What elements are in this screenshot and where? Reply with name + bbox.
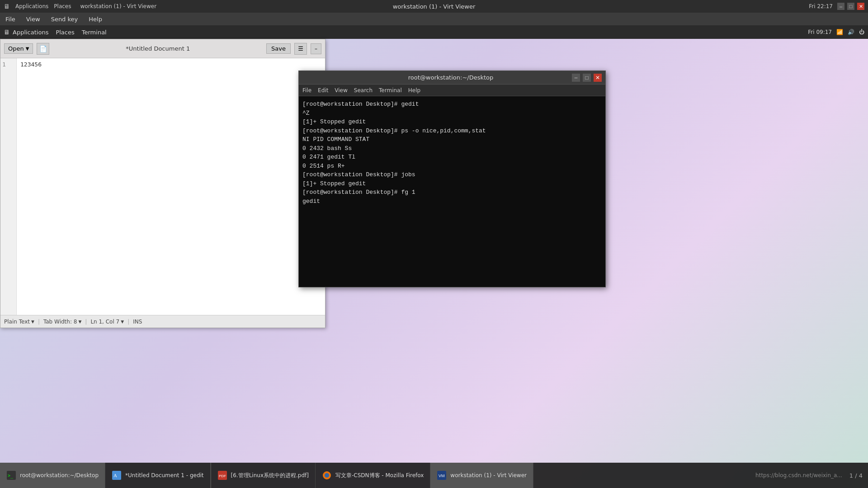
outer-window-controls: – □ ✕ <box>837 3 864 10</box>
taskbar-items: >_ root@workstation:~/Desktop A *Untitle… <box>0 463 533 488</box>
taskbar-url: https://blog.csdn.net/weixin_a... <box>755 472 842 479</box>
terminal-maximize-button[interactable]: □ <box>583 74 591 82</box>
guest-places-label[interactable]: Places <box>56 29 74 36</box>
outer-maximize-button[interactable]: □ <box>847 3 854 10</box>
gedit-content-text: 123456 <box>20 61 42 68</box>
taskbar-item-pdf[interactable]: PDF [6.管理Linux系统中的进程.pdf] <box>211 463 316 488</box>
taskbar-item-firefox[interactable]: 写文章-CSDN博客 - Mozilla Firefox <box>316 463 430 488</box>
terminal-line: [1]+ Stopped gedit <box>302 179 602 188</box>
taskbar-item-virt[interactable]: VM workstation (1) - Virt Viewer <box>430 463 533 488</box>
minimize-icon: – <box>315 46 317 52</box>
guest-terminal-label[interactable]: Terminal <box>82 29 107 36</box>
virt-menu-view[interactable]: View <box>24 15 42 23</box>
terminal-minimize-button[interactable]: – <box>572 74 580 82</box>
taskbar: >_ root@workstation:~/Desktop A *Untitle… <box>0 463 868 488</box>
cursor-position-label: Ln 1, Col 7 <box>90 319 119 325</box>
open-dropdown-icon[interactable]: ▼ <box>26 46 29 51</box>
taskbar-item-terminal[interactable]: >_ root@workstation:~/Desktop <box>0 463 105 488</box>
ins-indicator: INS <box>133 319 142 325</box>
taskbar-gedit-label: *Untitled Document 1 - gedit <box>125 472 204 479</box>
gedit-minimize-button[interactable]: – <box>311 43 321 54</box>
pdf-taskbar-icon: PDF <box>217 470 227 480</box>
virt-menu-file[interactable]: File <box>4 15 17 23</box>
terminal-line: ^Z <box>302 109 602 118</box>
cursor-dropdown-icon[interactable]: ▼ <box>121 319 124 324</box>
terminal-titlebar: root@workstation:~/Desktop – □ ✕ <box>299 71 605 84</box>
terminal-menu-terminal[interactable]: Terminal <box>379 87 402 94</box>
gedit-open-button[interactable]: Open ▼ <box>4 43 33 54</box>
outer-close-button[interactable]: ✕ <box>857 3 864 10</box>
virt-menu-sendkey[interactable]: Send key <box>49 15 80 23</box>
gedit-statusbar: Plain Text ▼ | Tab Width: 8 ▼ | Ln 1, Co… <box>0 315 325 328</box>
new-file-icon: 📄 <box>39 45 47 52</box>
cursor-position-selector[interactable]: Ln 1, Col 7 ▼ <box>90 319 124 325</box>
status-sep-2: | <box>85 319 87 325</box>
outer-title-label: workstation (1) - Virt Viewer <box>80 3 156 9</box>
terminal-line: [root@workstation Desktop]# fg 1 <box>302 188 602 197</box>
svg-point-7 <box>325 473 329 478</box>
hamburger-icon: ☰ <box>298 45 303 52</box>
svg-text:A: A <box>113 473 117 478</box>
guest-desktop: 🖥 Applications Places Terminal Fri 09:17… <box>0 25 868 463</box>
outer-titlebar-right: Fri 22:17 – □ ✕ <box>809 3 864 10</box>
status-sep-3: | <box>127 319 129 325</box>
outer-minimize-button[interactable]: – <box>837 3 844 10</box>
terminal-menu-view[interactable]: View <box>335 87 347 94</box>
plain-text-label: Plain Text <box>4 319 30 325</box>
outer-apps-label[interactable]: Applications <box>15 3 48 9</box>
svg-text:PDF: PDF <box>219 474 226 478</box>
guest-panel-right: Fri 09:17 📶 🔊 ⏻ <box>808 29 864 35</box>
taskbar-item-gedit[interactable]: A *Untitled Document 1 - gedit <box>105 463 211 488</box>
open-label: Open <box>8 45 24 52</box>
terminal-window-controls: – □ ✕ <box>572 74 602 82</box>
taskbar-pdf-label: [6.管理Linux系统中的进程.pdf] <box>231 472 309 479</box>
ins-label: INS <box>133 319 142 325</box>
terminal-content[interactable]: [root@workstation Desktop]# gedit^Z[1]+ … <box>299 96 605 287</box>
guest-apps-icon: 🖥 <box>4 28 10 36</box>
gedit-window: Open ▼ 📄 *Untitled Document 1 Save ☰ – 1… <box>0 39 326 328</box>
terminal-menu-help[interactable]: Help <box>408 87 420 94</box>
virt-menu-help[interactable]: Help <box>87 15 104 23</box>
taskbar-right: https://blog.csdn.net/weixin_a... 1 / 4 <box>755 472 868 479</box>
tab-width-dropdown-icon[interactable]: ▼ <box>78 319 81 324</box>
taskbar-page-info: 1 / 4 <box>849 472 863 479</box>
apps-icon: 🖥 <box>4 3 10 10</box>
guest-panel-top: 🖥 Applications Places Terminal Fri 09:17… <box>0 25 868 39</box>
guest-time: Fri 09:17 <box>808 29 832 35</box>
terminal-line: [1]+ Stopped gedit <box>302 117 602 127</box>
terminal-line: gedit <box>302 197 602 206</box>
gedit-new-button[interactable]: 📄 <box>37 43 49 55</box>
virt-menubar: File View Send key Help <box>0 13 868 25</box>
gedit-line-numbers: 1 <box>0 58 17 315</box>
terminal-menu-file[interactable]: File <box>302 87 311 94</box>
guest-apps-label[interactable]: Applications <box>13 29 48 36</box>
terminal-title: root@workstation:~/Desktop <box>330 74 572 81</box>
terminal-window: root@workstation:~/Desktop – □ ✕ File Ed… <box>298 70 606 287</box>
guest-apps-menu[interactable]: 🖥 Applications <box>4 28 48 36</box>
tab-width-label: Tab Width: 8 <box>43 319 77 325</box>
terminal-line: 0 2471 gedit Tl <box>302 153 602 162</box>
terminal-taskbar-icon: >_ <box>6 470 16 480</box>
gedit-save-button[interactable]: Save <box>266 43 291 54</box>
terminal-line: [root@workstation Desktop]# ps -o nice,p… <box>302 127 602 136</box>
terminal-line: 0 2514 ps R+ <box>302 162 602 171</box>
network-icon: 📶 <box>836 29 843 35</box>
plain-text-selector[interactable]: Plain Text ▼ <box>4 319 34 325</box>
terminal-menubar: File Edit View Search Terminal Help <box>299 84 605 96</box>
terminal-menu-search[interactable]: Search <box>354 87 373 94</box>
terminal-menu-edit[interactable]: Edit <box>318 87 328 94</box>
taskbar-firefox-label: 写文章-CSDN博客 - Mozilla Firefox <box>335 472 424 479</box>
virt-taskbar-icon: VM <box>437 470 447 480</box>
gedit-text-area[interactable]: 123456 <box>17 58 325 315</box>
outer-titlebar-left: 🖥 Applications Places workstation (1) - … <box>4 3 156 10</box>
line-number-1: 1 <box>2 60 14 69</box>
terminal-close-button[interactable]: ✕ <box>594 74 602 82</box>
plain-text-dropdown-icon[interactable]: ▼ <box>31 319 34 324</box>
svg-text:VM: VM <box>439 474 445 478</box>
gedit-menu-button[interactable]: ☰ <box>294 43 307 55</box>
svg-text:>_: >_ <box>8 473 14 479</box>
tab-width-selector[interactable]: Tab Width: 8 ▼ <box>43 319 81 325</box>
outer-places-label[interactable]: Places <box>54 3 71 9</box>
virt-viewer-title: workstation (1) - Virt Viewer <box>393 3 476 10</box>
gedit-title: *Untitled Document 1 <box>53 45 263 52</box>
